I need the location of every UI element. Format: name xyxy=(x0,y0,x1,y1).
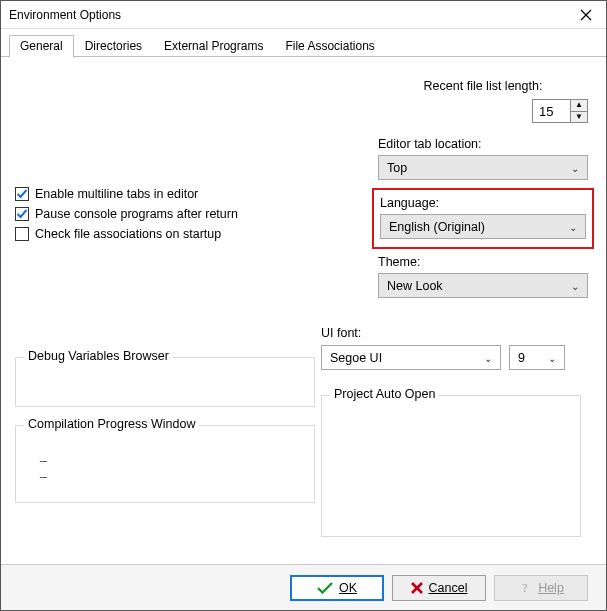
language-value: English (Original) xyxy=(389,220,485,234)
window-title: Environment Options xyxy=(9,8,566,22)
right-column: Recent file list length: 15 ▲ ▼ Editor t… xyxy=(378,79,588,308)
check-pause-box[interactable] xyxy=(15,207,29,221)
chevron-down-icon: ⌄ xyxy=(569,221,577,232)
theme-combo[interactable]: New Look ⌄ xyxy=(378,273,588,298)
editor-tab-combo[interactable]: Top ⌄ xyxy=(378,155,588,180)
theme-value: New Look xyxy=(387,279,443,293)
ui-font-row: Segoe UI ⌄ 9 ⌄ xyxy=(321,345,565,370)
title-bar: Environment Options xyxy=(1,1,606,29)
help-label: Help xyxy=(538,581,564,595)
editor-tab-label: Editor tab location: xyxy=(378,137,588,151)
check-pause-row[interactable]: Pause console programs after return xyxy=(15,207,315,221)
svg-text:?: ? xyxy=(522,581,527,595)
compile-item-1: _ xyxy=(40,448,304,462)
theme-label: Theme: xyxy=(378,255,588,269)
ui-font-family-combo[interactable]: Segoe UI ⌄ xyxy=(321,345,501,370)
ui-font-size-value: 9 xyxy=(518,351,525,365)
button-bar: OK Cancel ? Help xyxy=(1,564,606,610)
ui-font-label: UI font: xyxy=(321,326,361,340)
x-icon xyxy=(411,582,423,594)
cancel-label: Cancel xyxy=(429,581,468,595)
close-button[interactable] xyxy=(566,2,606,28)
check-multiline-box[interactable] xyxy=(15,187,29,201)
group-debug-legend: Debug Variables Browser xyxy=(24,349,173,363)
group-auto-open: Project Auto Open xyxy=(321,395,581,537)
language-highlight: Language: English (Original) ⌄ xyxy=(372,188,594,249)
spinner-buttons: ▲ ▼ xyxy=(570,99,588,123)
close-icon xyxy=(580,9,592,21)
left-column: Enable multiline tabs in editor Pause co… xyxy=(15,187,315,247)
chevron-down-icon: ⌄ xyxy=(571,162,579,173)
spinner-up[interactable]: ▲ xyxy=(571,100,587,111)
cancel-button[interactable]: Cancel xyxy=(392,575,486,601)
tab-external-programs[interactable]: External Programs xyxy=(153,35,274,57)
help-button[interactable]: ? Help xyxy=(494,575,588,601)
language-label: Language: xyxy=(380,196,586,210)
group-compile-legend: Compilation Progress Window xyxy=(24,417,199,431)
ui-font-size-combo[interactable]: 9 ⌄ xyxy=(509,345,565,370)
check-pause-label: Pause console programs after return xyxy=(35,207,238,221)
left-groupboxes: Debug Variables Browser Compilation Prog… xyxy=(15,357,315,521)
editor-tab-value: Top xyxy=(387,161,407,175)
recent-file-value[interactable]: 15 xyxy=(532,99,570,123)
check-assoc-box[interactable] xyxy=(15,227,29,241)
recent-file-label: Recent file list length: xyxy=(378,79,588,93)
chevron-down-icon: ⌄ xyxy=(571,280,579,291)
compile-item-2: _ xyxy=(40,464,304,478)
check-multiline-row[interactable]: Enable multiline tabs in editor xyxy=(15,187,315,201)
tab-general[interactable]: General xyxy=(9,35,74,58)
chevron-down-icon: ⌄ xyxy=(548,352,556,363)
group-compile-progress: Compilation Progress Window _ _ xyxy=(15,425,315,503)
spinner-down[interactable]: ▼ xyxy=(571,111,587,123)
tab-file-associations[interactable]: File Associations xyxy=(274,35,385,57)
group-debug-vars: Debug Variables Browser xyxy=(15,357,315,407)
check-assoc-row[interactable]: Check file associations on startup xyxy=(15,227,315,241)
check-icon xyxy=(317,582,333,594)
language-combo[interactable]: English (Original) ⌄ xyxy=(380,214,586,239)
chevron-down-icon: ⌄ xyxy=(484,352,492,363)
ok-label: OK xyxy=(339,581,357,595)
help-icon: ? xyxy=(518,581,532,595)
ok-button[interactable]: OK xyxy=(290,575,384,601)
tab-panel-general: Recent file list length: 15 ▲ ▼ Editor t… xyxy=(1,57,606,564)
ui-font-family-value: Segoe UI xyxy=(330,351,382,365)
tab-directories[interactable]: Directories xyxy=(74,35,153,57)
group-auto-open-wrap: Project Auto Open xyxy=(321,395,581,537)
check-assoc-label: Check file associations on startup xyxy=(35,227,221,241)
check-multiline-label: Enable multiline tabs in editor xyxy=(35,187,198,201)
recent-file-spinner[interactable]: 15 ▲ ▼ xyxy=(532,99,588,123)
tab-strip: General Directories External Programs Fi… xyxy=(1,29,606,57)
group-auto-legend: Project Auto Open xyxy=(330,387,439,401)
